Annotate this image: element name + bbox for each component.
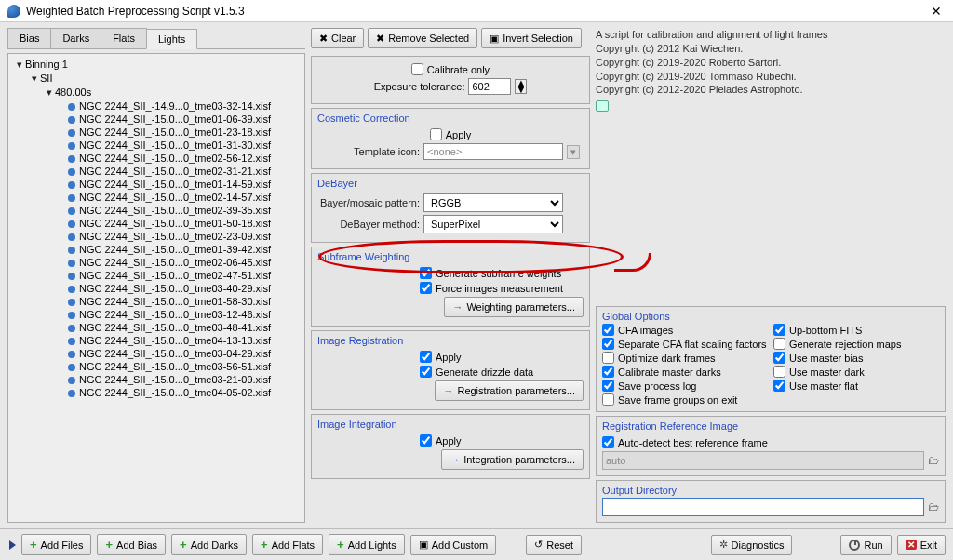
script-info: A script for calibration and alignment o… bbox=[596, 28, 946, 115]
global-option[interactable]: Up-bottom FITS bbox=[773, 324, 939, 336]
global-option[interactable]: Calibrate master darks bbox=[602, 366, 768, 378]
diagnostics-button[interactable]: ✲ Diagnostics bbox=[711, 535, 793, 555]
tree-file-item[interactable]: NGC 2244_SII_-15.0...0_tme01-14-59.xisf bbox=[10, 178, 302, 191]
tree-file-item[interactable]: NGC 2244_SII_-14.9...0_tme03-32-14.xisf bbox=[10, 100, 302, 113]
tree-file-item[interactable]: NGC 2244_SII_-15.0...0_tme01-31-30.xisf bbox=[10, 139, 302, 152]
tree-file-item[interactable]: NGC 2244_SII_-15.0...0_tme02-39-35.xisf bbox=[10, 204, 302, 217]
ref-frame-input bbox=[602, 451, 924, 470]
new-instance-icon[interactable] bbox=[9, 540, 16, 550]
tree-file-item[interactable]: NGC 2244_SII_-15.0...0_tme01-58-30.xisf bbox=[10, 295, 302, 308]
drizzle-checkbox[interactable] bbox=[420, 366, 432, 378]
invert-selection-button[interactable]: ▣ Invert Selection bbox=[481, 28, 582, 48]
clear-button[interactable]: ✖ Clear bbox=[311, 28, 364, 48]
ref-browse-icon: 🗁 bbox=[928, 454, 939, 467]
tree-file-item[interactable]: NGC 2244_SII_-15.0...0_tme01-50-18.xisf bbox=[10, 217, 302, 230]
integration-apply-checkbox[interactable] bbox=[420, 434, 432, 447]
file-type-tabs: Bias Darks Flats Lights bbox=[7, 28, 305, 49]
exposure-tolerance-stepper[interactable]: ▲▼ bbox=[515, 79, 527, 94]
tree-file-item[interactable]: NGC 2244_SII_-15.0...0_tme04-13-13.xisf bbox=[10, 334, 302, 347]
tree-file-item[interactable]: NGC 2244_SII_-15.0...0_tme02-23-09.xisf bbox=[10, 230, 302, 243]
tree-file-item[interactable]: NGC 2244_SII_-15.0...0_tme03-48-41.xisf bbox=[10, 321, 302, 334]
tree-binning[interactable]: Binning 1 bbox=[25, 59, 68, 70]
tree-file-item[interactable]: NGC 2244_SII_-15.0...0_tme03-12-46.xisf bbox=[10, 308, 302, 321]
tree-filter[interactable]: SII bbox=[40, 73, 52, 84]
add-custom-button[interactable]: ▣ Add Custom bbox=[410, 535, 497, 555]
calibrate-only-label: Calibrate only bbox=[427, 64, 490, 75]
add-bias-button[interactable]: +Add Bias bbox=[97, 534, 166, 555]
close-icon[interactable]: ✕ bbox=[927, 4, 946, 19]
tree-file-item[interactable]: NGC 2244_SII_-15.0...0_tme02-47-51.xisf bbox=[10, 269, 302, 282]
tree-file-item[interactable]: NGC 2244_SII_-15.0...0_tme03-40-29.xisf bbox=[10, 282, 302, 295]
global-option[interactable]: Optimize dark frames bbox=[602, 352, 768, 364]
integration-params-button[interactable]: →Integration parameters... bbox=[441, 449, 584, 470]
add-lights-button[interactable]: +Add Lights bbox=[329, 534, 405, 555]
file-tree[interactable]: ▾Binning 1 ▾SII ▾480.00s NGC 2244_SII_-1… bbox=[7, 53, 305, 523]
exit-button[interactable]: ✕ Exit bbox=[897, 535, 946, 555]
info-icon[interactable] bbox=[596, 100, 609, 112]
weighting-params-button[interactable]: →Weighting parameters... bbox=[444, 297, 584, 317]
tree-file-item[interactable]: NGC 2244_SII_-15.0...0_tme04-05-02.xisf bbox=[10, 386, 302, 399]
add-flats-button[interactable]: +Add Flats bbox=[252, 534, 323, 555]
tree-file-item[interactable]: NGC 2244_SII_-15.0...0_tme01-06-39.xisf bbox=[10, 113, 302, 126]
tree-file-item[interactable]: NGC 2244_SII_-15.0...0_tme03-56-51.xisf bbox=[10, 360, 302, 373]
force-measurement-checkbox[interactable] bbox=[420, 282, 432, 294]
output-dir-title: Output Directory bbox=[602, 485, 939, 498]
tree-file-item[interactable]: NGC 2244_SII_-15.0...0_tme01-23-18.xisf bbox=[10, 126, 302, 139]
global-option[interactable]: Save frame groups on exit bbox=[602, 393, 768, 406]
integration-title: Image Integration bbox=[317, 419, 584, 432]
tree-file-item[interactable]: NGC 2244_SII_-15.0...0_tme02-14-57.xisf bbox=[10, 191, 302, 204]
global-options-title: Global Options bbox=[602, 311, 939, 324]
tree-file-item[interactable]: NGC 2244_SII_-15.0...0_tme03-21-09.xisf bbox=[10, 373, 302, 386]
template-icon-input bbox=[423, 143, 563, 160]
global-option[interactable]: Use master flat bbox=[773, 380, 939, 392]
generate-weights-checkbox[interactable] bbox=[420, 267, 432, 279]
output-browse-icon[interactable]: 🗁 bbox=[928, 500, 939, 513]
tree-file-item[interactable]: NGC 2244_SII_-15.0...0_tme03-04-29.xisf bbox=[10, 347, 302, 360]
app-icon bbox=[7, 5, 20, 18]
tree-file-item[interactable]: NGC 2244_SII_-15.0...0_tme02-06-45.xisf bbox=[10, 256, 302, 269]
reset-button[interactable]: ↺ Reset bbox=[526, 535, 582, 555]
tree-exposure[interactable]: 480.00s bbox=[55, 87, 91, 98]
template-icon-dropdown: ▾ bbox=[567, 145, 580, 159]
remove-selected-button[interactable]: ✖ Remove Selected bbox=[368, 28, 477, 48]
auto-detect-ref-checkbox[interactable] bbox=[602, 436, 614, 448]
ref-image-title: Registration Reference Image bbox=[602, 420, 939, 433]
output-dir-input[interactable] bbox=[602, 498, 924, 516]
tab-darks[interactable]: Darks bbox=[50, 28, 101, 48]
debayer-method-select[interactable]: SuperPixel bbox=[423, 215, 563, 233]
cosmetic-apply-checkbox[interactable] bbox=[430, 128, 442, 140]
global-option[interactable]: Use master bias bbox=[773, 352, 939, 364]
tree-file-item[interactable]: NGC 2244_SII_-15.0...0_tme02-31-21.xisf bbox=[10, 165, 302, 178]
debayer-title: DeBayer bbox=[317, 178, 584, 191]
run-button[interactable]: Run bbox=[840, 535, 891, 555]
registration-title: Image Registration bbox=[317, 335, 584, 348]
registration-params-button[interactable]: →Registration parameters... bbox=[435, 380, 584, 401]
cosmetic-title: Cosmetic Correction bbox=[317, 113, 584, 126]
tab-bias[interactable]: Bias bbox=[7, 28, 51, 48]
add-darks-button[interactable]: +Add Darks bbox=[171, 534, 247, 555]
add-files-button[interactable]: +Add Files bbox=[21, 534, 91, 555]
global-option[interactable]: CFA images bbox=[602, 324, 768, 336]
global-option[interactable]: Generate rejection maps bbox=[773, 338, 939, 350]
tab-lights[interactable]: Lights bbox=[146, 29, 197, 49]
exposure-tolerance-input[interactable] bbox=[468, 78, 511, 95]
exposure-tolerance-label: Exposure tolerance: bbox=[374, 81, 465, 92]
global-option[interactable]: Save process log bbox=[602, 380, 768, 392]
subframe-title: Subframe Weighting bbox=[317, 251, 584, 264]
calibrate-only-checkbox[interactable] bbox=[411, 63, 423, 75]
window-title: Weighted Batch Preprocessing Script v1.5… bbox=[26, 5, 927, 18]
global-option[interactable]: Separate CFA flat scaling factors bbox=[602, 338, 768, 350]
tree-file-item[interactable]: NGC 2244_SII_-15.0...0_tme01-39-42.xisf bbox=[10, 243, 302, 256]
registration-apply-checkbox[interactable] bbox=[420, 351, 432, 363]
global-option[interactable]: Use master dark bbox=[773, 366, 939, 378]
tree-file-item[interactable]: NGC 2244_SII_-15.0...0_tme02-56-12.xisf bbox=[10, 152, 302, 165]
tab-flats[interactable]: Flats bbox=[101, 28, 147, 48]
bayer-pattern-select[interactable]: RGGB bbox=[423, 193, 563, 212]
